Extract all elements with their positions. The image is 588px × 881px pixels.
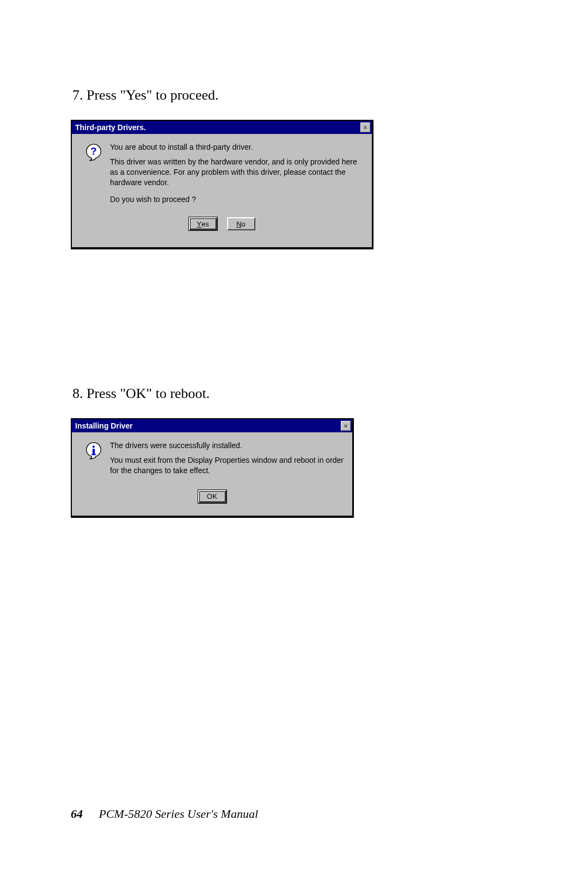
message-column: You are about to install a third-party d… (110, 142, 366, 209)
dialog-button-row: Yes No (72, 214, 372, 234)
instruction-step-8: 8. Press "OK" to reboot. (71, 386, 517, 402)
instruction-step-7: 7. Press "Yes" to proceed. (71, 87, 517, 103)
dialog-body: ? You are about to install a third-party… (72, 134, 372, 214)
dialog-message-line-3: Do you wish to proceed ? (110, 194, 366, 205)
close-button[interactable]: × (360, 123, 370, 132)
page-number: 64 (71, 807, 83, 821)
svg-rect-3 (91, 454, 96, 455)
dialog-third-party-drivers: Third-party Drivers. × ? You are about t… (71, 120, 373, 249)
dialog-title-bar: Third-party Drivers. × (72, 121, 372, 134)
svg-rect-2 (93, 449, 95, 454)
ok-button[interactable]: OK (198, 490, 226, 503)
dialog-message-block: This driver was written by the hardware … (110, 157, 366, 188)
yes-button-hotkey: Y (197, 220, 201, 228)
dialog-title-bar: Installing Driver × (72, 419, 352, 432)
yes-button-rest: es (201, 220, 209, 228)
yes-button[interactable]: Yes (189, 217, 217, 230)
svg-point-1 (93, 445, 95, 448)
dialog-button-row: OK (72, 488, 352, 506)
no-button-rest: o (242, 220, 246, 228)
icon-column: ? (77, 142, 110, 209)
no-button[interactable]: No (227, 217, 255, 230)
dialog-1-wrapper: Third-party Drivers. × ? You are about t… (71, 120, 517, 249)
dialog-message-block: You must exit from the Display Propertie… (110, 455, 347, 476)
dialog-body: The drivers were successfully installed.… (72, 432, 352, 488)
dialog-message-line-1: You are about to install a third-party d… (110, 142, 366, 152)
info-icon (84, 442, 103, 460)
close-button[interactable]: × (341, 421, 351, 431)
dialog-installing-driver: Installing Driver × The drivers were suc… (71, 418, 354, 518)
footer-title: PCM-5820 Series User's Manual (99, 807, 259, 821)
dialog-title-text: Third-party Drivers. (75, 123, 146, 132)
message-column: The drivers were successfully installed.… (110, 440, 347, 482)
dialog-message-line-1: The drivers were successfully installed. (110, 440, 347, 451)
page-footer: 64 PCM-5820 Series User's Manual (71, 807, 258, 821)
svg-text:?: ? (90, 145, 97, 157)
page-content: 7. Press "Yes" to proceed. Third-party D… (0, 0, 588, 518)
dialog-2-wrapper: Installing Driver × The drivers were suc… (71, 418, 517, 518)
question-icon: ? (84, 143, 103, 162)
icon-column (77, 440, 110, 482)
dialog-title-text: Installing Driver (75, 421, 133, 430)
no-button-hotkey: N (236, 220, 241, 228)
